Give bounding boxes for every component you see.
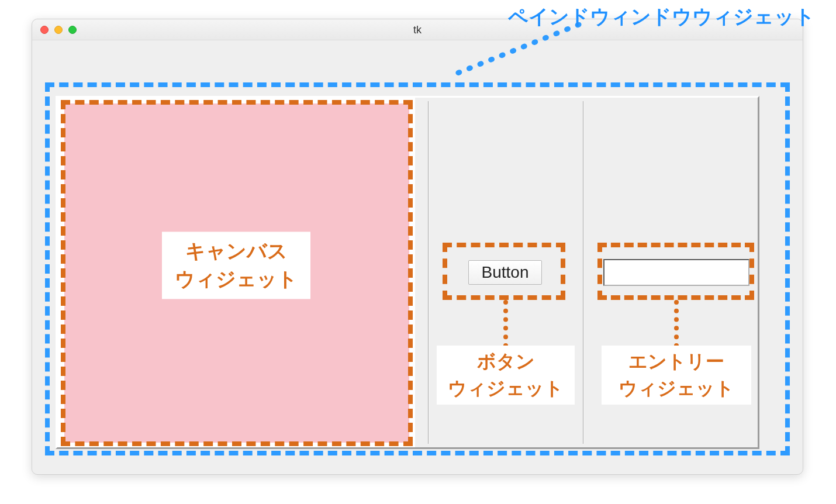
- button-widget[interactable]: Button: [468, 260, 543, 285]
- canvas-annotation-label: キャンバス ウィジェット: [162, 232, 310, 299]
- tk-root-window: tk キャンバス ウィジェット Button: [32, 19, 803, 475]
- button-annotation-label: ボタン ウィジェット: [437, 346, 575, 405]
- canvas-label-line2: ウィジェット: [175, 268, 298, 290]
- zoom-icon[interactable]: [68, 26, 77, 34]
- entry-label-line1: エントリー: [628, 351, 724, 372]
- panedwindow-connector-line: [444, 22, 585, 81]
- canvas-pane: キャンバス ウィジェット: [57, 98, 415, 447]
- entry-connector-line: [674, 300, 679, 348]
- sash-line-icon: [583, 101, 584, 444]
- sash-line-icon: [428, 101, 429, 444]
- canvas-label-line1: キャンバス: [185, 240, 288, 262]
- button-label-line1: ボタン: [477, 351, 535, 372]
- minimize-icon[interactable]: [54, 26, 63, 34]
- button-connector-line: [503, 300, 508, 348]
- entry-pane: エントリー ウィジェット: [595, 98, 758, 447]
- entry-widget[interactable]: [603, 259, 749, 286]
- panedwindow-annotation-label: ペインドウィンドウウィジェット: [508, 4, 815, 30]
- entry-annotation-label: エントリー ウィジェット: [602, 346, 751, 405]
- window-title: tk: [413, 23, 422, 36]
- paned-window: キャンバス ウィジェット Button ボタン ウィジェット: [56, 96, 759, 449]
- button-label-line2: ウィジェット: [448, 378, 564, 399]
- traffic-lights: [40, 26, 77, 34]
- close-icon[interactable]: [40, 26, 49, 34]
- button-pane: Button ボタン ウィジェット: [440, 98, 570, 447]
- entry-label-line2: ウィジェット: [619, 378, 734, 399]
- window-body: キャンバス ウィジェット Button ボタン ウィジェット: [32, 40, 803, 474]
- svg-line-0: [450, 25, 579, 76]
